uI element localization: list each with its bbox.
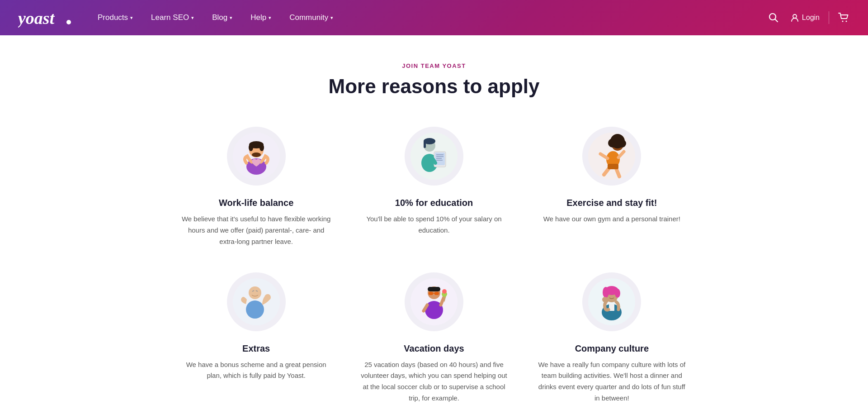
nav-blog[interactable]: Blog ▾ bbox=[205, 10, 240, 26]
card-extras-desc: We have a bonus scheme and a great pensi… bbox=[181, 359, 331, 382]
card-culture-desc: We have a really fun company culture wit… bbox=[537, 359, 687, 404]
svg-rect-45 bbox=[429, 292, 433, 295]
chevron-down-icon: ▾ bbox=[269, 15, 271, 21]
svg-point-39 bbox=[264, 294, 271, 300]
benefits-grid: Work-life balance We believe that it's u… bbox=[181, 124, 687, 404]
svg-point-38 bbox=[246, 300, 264, 319]
card-work-life-title: Work-life balance bbox=[219, 198, 293, 208]
svg-point-58 bbox=[615, 289, 620, 298]
exercise-illustration bbox=[580, 124, 643, 188]
nav-products[interactable]: Products ▾ bbox=[90, 10, 140, 26]
work-life-illustration bbox=[225, 124, 288, 188]
header-divider bbox=[829, 11, 829, 24]
nav-community[interactable]: Community ▾ bbox=[282, 10, 340, 26]
chevron-down-icon: ▾ bbox=[330, 15, 333, 21]
card-education: 10% for education You'll be able to spen… bbox=[359, 124, 509, 247]
svg-point-1 bbox=[66, 20, 71, 24]
culture-illustration bbox=[580, 270, 643, 334]
logo[interactable]: yoast bbox=[18, 8, 72, 28]
login-button[interactable]: Login bbox=[790, 13, 820, 22]
svg-point-12 bbox=[259, 144, 264, 151]
svg-rect-17 bbox=[424, 141, 426, 148]
svg-point-13 bbox=[252, 152, 261, 157]
education-illustration bbox=[402, 124, 466, 188]
chevron-down-icon: ▾ bbox=[230, 15, 232, 21]
svg-text:yoast: yoast bbox=[18, 9, 55, 28]
svg-point-5 bbox=[842, 21, 844, 22]
card-education-title: 10% for education bbox=[395, 198, 473, 208]
svg-point-28 bbox=[608, 138, 617, 148]
svg-point-6 bbox=[846, 21, 847, 22]
vacation-illustration bbox=[402, 270, 466, 334]
svg-point-29 bbox=[618, 139, 626, 148]
svg-point-4 bbox=[793, 14, 797, 18]
main-nav: Products ▾ Learn SEO ▾ Blog ▾ Help ▾ Com… bbox=[90, 10, 766, 26]
svg-rect-44 bbox=[428, 287, 440, 291]
card-extras: Extras We have a bonus scheme and a grea… bbox=[181, 270, 331, 404]
section-label: JOIN TEAM YOAST bbox=[181, 62, 687, 69]
svg-point-57 bbox=[603, 287, 609, 298]
svg-line-3 bbox=[775, 19, 778, 22]
card-vacation-title: Vacation days bbox=[404, 343, 464, 354]
card-work-life-desc: We believe that it's useful to have flex… bbox=[181, 214, 331, 247]
card-culture-title: Company culture bbox=[575, 343, 649, 354]
card-work-life: Work-life balance We believe that it's u… bbox=[181, 124, 331, 247]
card-extras-title: Extras bbox=[242, 343, 270, 354]
card-exercise-title: Exercise and stay fit! bbox=[566, 198, 657, 208]
main-content: JOIN TEAM YOAST More reasons to apply bbox=[163, 35, 705, 405]
site-header: yoast Products ▾ Learn SEO ▾ Blog ▾ Help… bbox=[0, 0, 868, 35]
card-vacation-desc: 25 vacation days (based on 40 hours) and… bbox=[359, 359, 509, 404]
card-culture: Company culture We have a really fun com… bbox=[537, 270, 687, 404]
svg-rect-35 bbox=[608, 164, 618, 169]
svg-point-37 bbox=[249, 286, 261, 299]
chevron-down-icon: ▾ bbox=[130, 15, 133, 21]
search-button[interactable] bbox=[766, 10, 781, 25]
nav-learn-seo[interactable]: Learn SEO ▾ bbox=[144, 10, 201, 26]
svg-rect-46 bbox=[434, 292, 439, 295]
cart-button[interactable] bbox=[838, 13, 850, 23]
section-title: More reasons to apply bbox=[181, 76, 687, 97]
extras-illustration bbox=[225, 270, 288, 334]
card-exercise-desc: We have our own gym and a personal train… bbox=[543, 214, 680, 225]
svg-point-52 bbox=[442, 289, 447, 294]
card-vacation: Vacation days 25 vacation days (based on… bbox=[359, 270, 509, 404]
card-exercise: Exercise and stay fit! We have our own g… bbox=[537, 124, 687, 247]
chevron-down-icon: ▾ bbox=[191, 15, 194, 21]
svg-point-61 bbox=[602, 297, 608, 302]
svg-point-11 bbox=[249, 144, 253, 151]
card-education-desc: You'll be able to spend 10% of your sala… bbox=[359, 214, 509, 236]
nav-help[interactable]: Help ▾ bbox=[243, 10, 278, 26]
